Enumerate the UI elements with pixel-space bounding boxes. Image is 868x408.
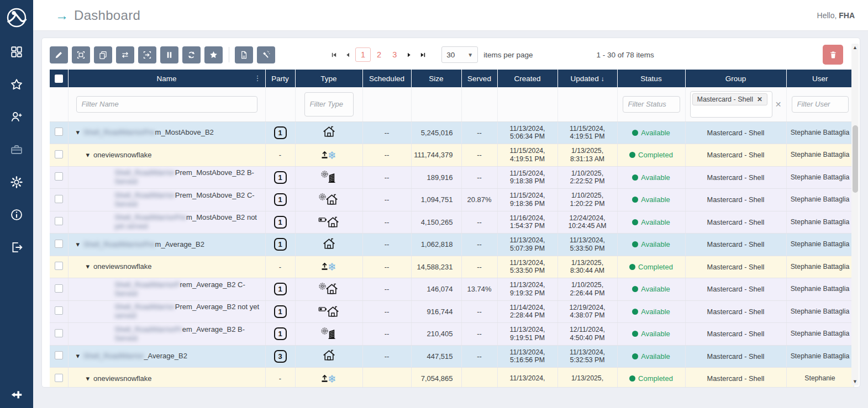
favorite-star-button[interactable] <box>204 46 223 63</box>
column-menu-icon[interactable]: ⋮ <box>254 74 261 82</box>
created-cell: 11/15/2024, 4:19:51 PM <box>497 144 557 167</box>
prev-page-button[interactable] <box>341 50 354 60</box>
settings-gear-icon[interactable] <box>10 176 23 189</box>
party-badge: 1 <box>274 193 287 206</box>
chip-remove-icon[interactable]: ✕ <box>757 96 762 103</box>
scroll-down-icon[interactable]: ▼ <box>851 378 859 385</box>
row-checkbox[interactable] <box>55 306 63 315</box>
column-header-name[interactable]: Name⋮ <box>68 70 265 87</box>
column-header-party[interactable]: Party <box>265 70 295 87</box>
row-checkbox[interactable] <box>55 329 63 337</box>
toolbox-icon[interactable] <box>10 143 23 156</box>
page-2-button[interactable]: 2 <box>372 48 386 61</box>
info-icon[interactable] <box>10 208 23 221</box>
served-cell: -- <box>461 211 497 234</box>
row-checkbox[interactable] <box>55 150 63 158</box>
filter-user-input[interactable] <box>792 96 849 113</box>
row-checkbox[interactable] <box>55 262 63 270</box>
group-filter-multiselect[interactable]: Mastercard - Shell✕ <box>690 91 772 118</box>
collapse-caret-icon[interactable]: ▾ <box>86 262 90 271</box>
table-row[interactable]: Shell_RoadWarriorPrem_MostAbove_B2 B- Se… <box>50 166 854 189</box>
row-checkbox[interactable] <box>55 195 63 203</box>
name-cell: ▾Shell_RoadWarriorPrem_MostAbove_B2 <box>68 121 265 144</box>
table-row[interactable]: ▾oneviewsnowflake-❄--111,744,379--11/15/… <box>50 144 854 167</box>
column-header-status[interactable]: Status <box>617 70 685 87</box>
row-checkbox[interactable] <box>55 128 63 136</box>
status-text: Completed <box>638 151 673 159</box>
row-checkbox[interactable] <box>55 374 63 382</box>
table-row[interactable]: Shell_RoadWarriorPrem_MostAbove_B2 C- Se… <box>50 189 854 211</box>
name-text: oneviewsnowflake <box>93 151 152 159</box>
redacted-name-part: Served <box>115 177 138 186</box>
add-user-icon[interactable] <box>10 110 23 124</box>
table-row[interactable]: Shell_RoadWarriorPrem_Average_B2 not yet… <box>50 300 854 323</box>
page-3-button[interactable]: 3 <box>387 48 402 61</box>
user-cell: Stephanie Battaglia <box>786 300 854 323</box>
expand-plus-icon[interactable] <box>10 388 23 401</box>
column-header-scheduled[interactable]: Scheduled <box>362 70 411 87</box>
filter-status-input[interactable] <box>623 96 680 113</box>
collapse-caret-icon[interactable]: ▾ <box>76 240 80 248</box>
table-row[interactable]: ▾oneviewsnowflake-❄7,054,86511/13/2024,1… <box>50 368 854 388</box>
move-frame-button[interactable] <box>138 46 156 63</box>
row-checkbox[interactable] <box>55 217 63 225</box>
column-header-user[interactable]: User <box>786 70 854 87</box>
column-header-type[interactable]: Type <box>295 70 362 87</box>
status-cell: Available <box>617 121 685 144</box>
next-page-button[interactable] <box>403 50 415 60</box>
served-cell: -- <box>461 256 497 278</box>
collapse-caret-icon[interactable]: ▾ <box>76 352 80 360</box>
group-filter-clear-icon[interactable]: ✕ <box>775 100 782 109</box>
scroll-up-icon[interactable]: ▲ <box>851 44 859 51</box>
refresh-button[interactable] <box>182 46 201 63</box>
select-all-header[interactable] <box>50 70 68 87</box>
table-row[interactable]: ▾Shell_RoadWarriorPrem_MostAbove_B21--5,… <box>50 121 854 144</box>
column-header-updated[interactable]: Updated ↓ <box>557 70 617 87</box>
collapse-caret-icon[interactable]: ▾ <box>86 151 90 159</box>
select-all-checkbox[interactable] <box>55 75 63 83</box>
group-cell: Mastercard - Shell <box>685 144 786 167</box>
page-1-button[interactable]: 1 <box>355 47 371 62</box>
filter-type-input[interactable] <box>304 92 354 116</box>
favorites-star-icon[interactable] <box>10 78 23 91</box>
column-header-served[interactable]: Served <box>461 70 497 87</box>
edit-pencil-button[interactable] <box>50 46 68 63</box>
row-checkbox[interactable] <box>55 172 63 181</box>
party-cell: 1 <box>265 211 295 234</box>
pause-button[interactable] <box>160 46 178 63</box>
row-checkbox[interactable] <box>55 284 63 293</box>
row-checkbox[interactable] <box>55 351 63 359</box>
first-page-button[interactable] <box>328 50 340 60</box>
delete-button[interactable] <box>823 45 843 65</box>
vertical-scrollbar[interactable]: ▲ ▼ <box>851 44 859 385</box>
table-row[interactable]: ▾Shell_RoadWarrior_Average_B23--447,515-… <box>50 345 854 368</box>
dashboard-grid-icon[interactable] <box>10 45 23 59</box>
row-checkbox[interactable] <box>55 240 63 248</box>
pdf-export-button[interactable] <box>235 46 253 63</box>
created-cell: 11/13/2024, 5:33:50 PM <box>497 256 557 278</box>
table-row[interactable]: ▾Shell_RoadWarriorPrem_Average_B21--1,06… <box>50 234 854 256</box>
status-text: Available <box>641 240 670 248</box>
table-row[interactable]: Shell_RoadWarriorPrem_Average_B2 B- Serv… <box>50 323 854 346</box>
updated-cell: 11/13/2024, 5:32:53 PM <box>557 345 617 368</box>
table-row[interactable]: Shell_RoadWarriorPrem_Average_B2 C- Serv… <box>50 278 854 301</box>
table-row[interactable]: ▾oneviewsnowflake-❄--14,588,231--11/13/2… <box>50 256 854 278</box>
filter-name-input[interactable] <box>76 96 257 113</box>
page-size-select[interactable]: 30 ▼ <box>441 46 478 63</box>
column-header-size[interactable]: Size <box>411 70 461 87</box>
fit-frame-button[interactable] <box>72 46 90 63</box>
flashlight-button[interactable] <box>257 46 275 63</box>
collapse-caret-icon[interactable]: ▾ <box>86 374 90 383</box>
logout-icon[interactable] <box>10 241 23 254</box>
repeat-button[interactable] <box>116 46 134 63</box>
column-header-created[interactable]: Created <box>497 70 557 87</box>
created-cell: 11/13/2024, 5:16:56 PM <box>497 345 557 368</box>
scrollbar-thumb[interactable] <box>853 125 858 193</box>
copy-button[interactable] <box>94 46 112 63</box>
name-cell: Shell_RoadWarriorPrem_MostAbove_B2 C- Se… <box>68 189 265 211</box>
name-text: m_MostAbove_B2 not <box>186 213 257 221</box>
collapse-caret-icon[interactable]: ▾ <box>76 128 80 136</box>
table-row[interactable]: Shell_RoadWarriorPrem_MostAbove_B2 not y… <box>50 211 854 234</box>
column-header-group[interactable]: Group <box>685 70 786 87</box>
last-page-button[interactable] <box>417 50 429 60</box>
